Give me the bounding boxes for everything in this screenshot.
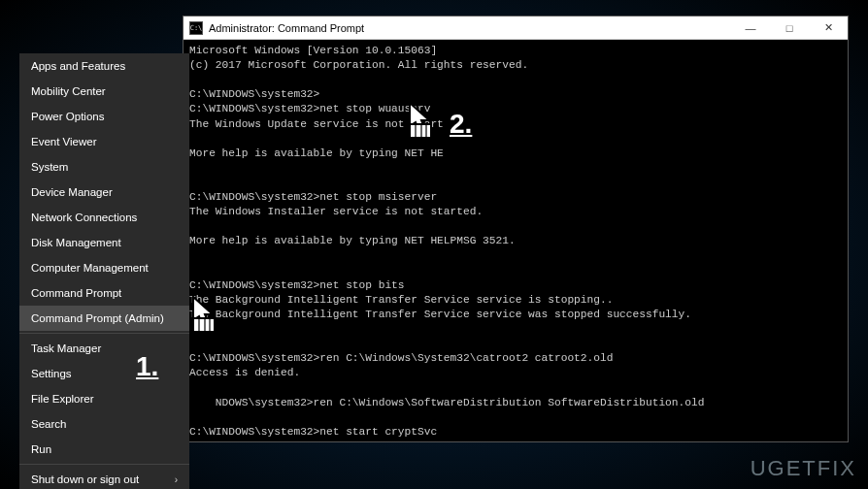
winx-menu-item[interactable]: Shut down or sign out› xyxy=(19,467,189,489)
command-prompt-window: C:\ Administrator: Command Prompt — □ ✕ … xyxy=(183,16,849,442)
winx-menu-item[interactable]: Mobility Center xyxy=(19,79,189,104)
chevron-right-icon: › xyxy=(175,474,178,485)
watermark-text: UGETFIX xyxy=(751,456,856,481)
cmd-icon: C:\ xyxy=(189,21,203,35)
menu-item-label: Event Viewer xyxy=(31,136,97,147)
minimize-button[interactable]: — xyxy=(731,16,770,40)
winx-menu-item[interactable]: Command Prompt (Admin) xyxy=(19,306,189,331)
menu-item-label: Power Options xyxy=(31,111,104,122)
menu-item-label: Run xyxy=(31,443,51,455)
winx-group-3: Shut down or sign out› xyxy=(19,467,189,489)
winx-menu-item[interactable]: Event Viewer xyxy=(19,129,189,154)
winx-menu-item[interactable]: Search xyxy=(19,411,189,437)
maximize-button[interactable]: □ xyxy=(770,16,809,40)
menu-item-label: Search xyxy=(31,418,66,430)
menu-item-label: Computer Management xyxy=(31,262,149,274)
menu-item-label: Network Connections xyxy=(31,212,137,223)
winx-menu-item[interactable]: System xyxy=(19,154,189,179)
cmd-window-title: Administrator: Command Prompt xyxy=(209,22,364,34)
close-button[interactable]: ✕ xyxy=(809,16,848,40)
menu-item-label: Mobility Center xyxy=(31,85,106,97)
menu-item-label: File Explorer xyxy=(31,393,94,405)
winx-menu-item[interactable]: Run xyxy=(19,437,189,462)
menu-item-label: Shut down or sign out xyxy=(31,473,139,485)
menu-item-label: Apps and Features xyxy=(31,60,125,72)
menu-item-label: Command Prompt xyxy=(31,287,121,299)
winx-menu-item[interactable]: File Explorer xyxy=(19,386,189,411)
menu-item-label: System xyxy=(31,161,68,173)
winx-context-menu: Apps and FeaturesMobility CenterPower Op… xyxy=(19,53,189,489)
step-label-2: 2. xyxy=(450,109,472,140)
winx-group-2: Task ManagerSettingsFile ExplorerSearchR… xyxy=(19,336,189,462)
winx-menu-item[interactable]: Task Manager xyxy=(19,336,189,361)
winx-menu-item[interactable]: Power Options xyxy=(19,104,189,129)
winx-menu-item[interactable]: Disk Management xyxy=(19,230,189,255)
winx-menu-item[interactable]: Network Connections xyxy=(19,205,189,230)
cmd-titlebar[interactable]: C:\ Administrator: Command Prompt — □ ✕ xyxy=(184,16,848,40)
step-label-1: 1. xyxy=(136,351,158,382)
cmd-title-left: C:\ Administrator: Command Prompt xyxy=(189,21,364,35)
winx-menu-item[interactable]: Computer Management xyxy=(19,255,189,280)
winx-menu-item[interactable]: Device Manager xyxy=(19,179,189,205)
winx-group-1: Apps and FeaturesMobility CenterPower Op… xyxy=(19,53,189,331)
winx-menu-item[interactable]: Apps and Features xyxy=(19,53,189,79)
window-controls: — □ ✕ xyxy=(731,16,848,40)
menu-item-label: Command Prompt (Admin) xyxy=(31,312,164,324)
menu-separator xyxy=(19,333,189,334)
menu-separator xyxy=(19,464,189,465)
cmd-output-area[interactable]: Microsoft Windows [Version 10.0.15063] (… xyxy=(184,40,848,441)
menu-item-label: Settings xyxy=(31,368,72,379)
menu-item-label: Task Manager xyxy=(31,342,101,354)
menu-item-label: Disk Management xyxy=(31,237,121,248)
winx-menu-item[interactable]: Settings xyxy=(19,361,189,386)
winx-menu-item[interactable]: Command Prompt xyxy=(19,280,189,306)
menu-item-label: Device Manager xyxy=(31,186,113,198)
